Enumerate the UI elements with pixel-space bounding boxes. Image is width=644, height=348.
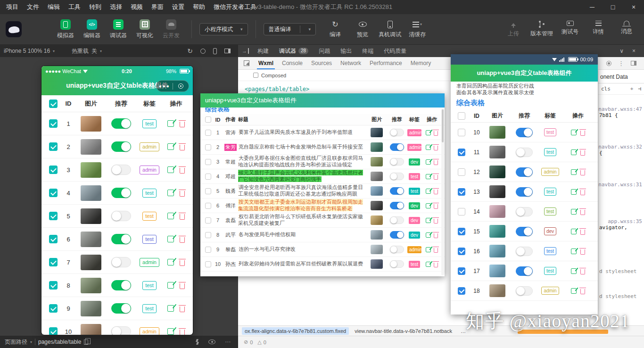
delete-icon[interactable]: [180, 191, 185, 197]
delete-icon[interactable]: [180, 145, 185, 150]
devtools-tab[interactable]: Wxml: [254, 57, 278, 69]
close-miniprogram-icon[interactable]: [173, 83, 189, 89]
row-checkbox[interactable]: [205, 261, 211, 267]
row-checkbox[interactable]: [49, 258, 58, 266]
user-avatar[interactable]: [6, 21, 22, 37]
messages-button[interactable]: 消息: [614, 21, 639, 38]
recommend-switch[interactable]: [390, 202, 404, 209]
delete-icon[interactable]: [180, 214, 185, 220]
delete-icon[interactable]: [580, 210, 585, 215]
recommend-switch[interactable]: [111, 165, 131, 175]
menu-item[interactable]: 微信开发者工具: [209, 0, 261, 14]
gear-icon[interactable]: [606, 61, 611, 66]
mode-select[interactable]: 小程序模式 ▾: [199, 23, 248, 35]
recommend-switch[interactable]: [111, 234, 131, 244]
recommend-switch[interactable]: [516, 148, 533, 157]
edit-icon[interactable]: [426, 262, 431, 267]
delete-icon[interactable]: [434, 263, 438, 267]
recommend-switch[interactable]: [390, 216, 404, 224]
edit-icon[interactable]: [426, 247, 431, 252]
devtools-tab[interactable]: Network: [336, 57, 365, 69]
edit-icon[interactable]: [571, 149, 577, 155]
edit-icon[interactable]: [167, 305, 174, 312]
delete-icon[interactable]: [434, 190, 438, 194]
delete-icon[interactable]: [180, 283, 185, 289]
more-icon[interactable]: ⋯: [225, 339, 231, 345]
row-checkbox[interactable]: [205, 188, 211, 194]
row-checkbox[interactable]: [49, 166, 58, 174]
dock-side-icon[interactable]: [631, 61, 636, 66]
version-control-button[interactable]: 版本管理: [529, 21, 554, 38]
recommend-switch[interactable]: [111, 118, 131, 129]
delete-icon[interactable]: [580, 150, 585, 156]
clear-cache-button[interactable]: ▾ 清缓存: [405, 20, 430, 39]
menu-item[interactable]: 选择: [106, 0, 126, 14]
minimize-button[interactable]: ─: [582, 0, 603, 14]
more-menu-icon[interactable]: ●●●: [157, 81, 173, 91]
edit-icon[interactable]: [167, 143, 174, 150]
row-checkbox[interactable]: [458, 168, 465, 176]
delete-icon[interactable]: [434, 248, 438, 253]
row-checkbox[interactable]: [49, 304, 58, 313]
row-checkbox[interactable]: [49, 235, 58, 243]
scrollbar[interactable]: [441, 108, 444, 275]
stylesheet-link[interactable]: navbar.wxss:32: [598, 144, 642, 150]
compile-button[interactable]: 编译: [322, 20, 348, 39]
recommend-switch[interactable]: [390, 187, 404, 195]
row-checkbox[interactable]: [49, 212, 58, 220]
visualizer-button[interactable]: 可视化: [132, 19, 157, 40]
lightning-icon[interactable]: [196, 339, 199, 345]
row-checkbox[interactable]: [205, 232, 211, 238]
delete-icon[interactable]: [434, 219, 438, 224]
delete-icon[interactable]: [180, 260, 185, 266]
delete-icon[interactable]: [180, 330, 185, 335]
debugger-button[interactable]: 调试器: [106, 19, 131, 40]
delete-icon[interactable]: [580, 289, 585, 294]
row-checkbox[interactable]: [458, 228, 465, 235]
edit-icon[interactable]: [571, 268, 577, 274]
debugger-tab[interactable]: 调试器 28: [274, 45, 313, 57]
recommend-switch[interactable]: [390, 231, 404, 239]
menu-item[interactable]: 设置: [168, 0, 189, 14]
row-checkbox[interactable]: [205, 203, 211, 209]
dock-icon[interactable]: ⊣: [638, 86, 641, 92]
debugger-tab[interactable]: 终端: [357, 45, 378, 57]
edit-icon[interactable]: [571, 229, 577, 234]
recommend-switch[interactable]: [516, 227, 533, 236]
edit-icon[interactable]: [167, 213, 174, 219]
record-icon[interactable]: [200, 49, 206, 54]
copy-icon[interactable]: [84, 340, 88, 345]
collapse-icon[interactable]: ∨: [619, 48, 624, 54]
remote-debug-button[interactable]: 真机调试: [377, 20, 403, 39]
delete-icon[interactable]: [580, 230, 585, 235]
recommend-switch[interactable]: [111, 280, 131, 290]
delete-icon[interactable]: [180, 307, 185, 312]
row-checkbox[interactable]: [49, 142, 58, 151]
edit-icon[interactable]: [426, 203, 431, 208]
menu-item[interactable]: 转到: [85, 0, 106, 14]
edit-icon[interactable]: [167, 328, 174, 335]
row-checkbox[interactable]: [49, 189, 58, 197]
debugger-tab[interactable]: 输出: [336, 45, 356, 57]
recommend-switch[interactable]: [111, 326, 131, 335]
edit-icon[interactable]: [426, 189, 431, 194]
edit-icon[interactable]: [571, 169, 577, 175]
edit-icon[interactable]: [167, 120, 174, 127]
delete-icon[interactable]: [180, 237, 185, 243]
menu-item[interactable]: 文件: [23, 0, 43, 14]
edit-icon[interactable]: [426, 145, 431, 150]
debugger-tab[interactable]: 问题: [314, 45, 335, 57]
debugger-tab[interactable]: 构建: [253, 45, 273, 57]
eye-icon[interactable]: [208, 340, 215, 344]
row-checkbox[interactable]: [458, 287, 465, 295]
close-button[interactable]: ×: [623, 0, 644, 14]
edit-icon[interactable]: [167, 236, 174, 242]
component-data-tab[interactable]: onent Data: [598, 70, 644, 83]
add-style-icon[interactable]: +: [630, 86, 634, 92]
menu-item[interactable]: 编辑: [43, 0, 64, 14]
row-checkbox[interactable]: [458, 188, 465, 196]
row-checkbox[interactable]: [205, 144, 211, 150]
edit-icon[interactable]: [571, 130, 577, 135]
edit-icon[interactable]: [167, 259, 174, 265]
recommend-switch[interactable]: [111, 303, 131, 314]
